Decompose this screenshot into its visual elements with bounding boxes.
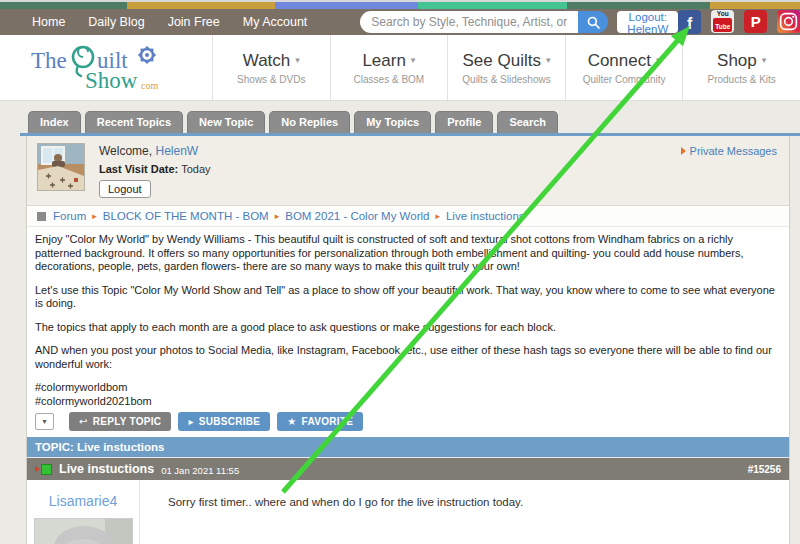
logout-button-forum[interactable]: Logout (99, 180, 151, 198)
star-icon: ★ (287, 416, 296, 427)
favorite-label: FAVORITE (302, 416, 354, 427)
top-utility-bar: Home Daily Blog Join Free My Account Log… (0, 9, 800, 35)
instagram-icon[interactable] (777, 10, 800, 33)
user-avatar (37, 143, 85, 191)
breadcrumb-separator-icon: ▸ (435, 211, 440, 221)
chevron-down-icon: ▾ (656, 55, 661, 65)
top-link-my-account[interactable]: My Account (243, 15, 308, 29)
stripe-segment (127, 2, 275, 9)
tab-profile[interactable]: Profile (435, 111, 493, 133)
search-icon (587, 16, 600, 29)
reply-topic-button[interactable]: ↩ REPLY TOPIC (69, 412, 171, 431)
tab-new-topic[interactable]: New Topic (187, 111, 265, 133)
top-link-daily-blog[interactable]: Daily Blog (88, 15, 144, 29)
chevron-down-icon: ▾ (411, 55, 416, 65)
stripe-segment (418, 2, 567, 9)
nav-shop-subtitle: Products & Kits (707, 74, 775, 85)
description-paragraph-1: Enjoy "Color My World" by Wendy Williams… (35, 233, 780, 274)
subscribe-button[interactable]: ▸ SUBSCRIBE (178, 412, 270, 431)
last-visit-value: Today (181, 163, 210, 175)
topic-action-bar: ▾ ↩ REPLY TOPIC ▸ SUBSCRIBE ★ FAVORITE (27, 408, 789, 437)
post-arrow-icon (35, 466, 40, 472)
nav-learn-subtitle: Classes & BOM (354, 74, 425, 85)
site-logo[interactable]: The uilt Show com (0, 35, 212, 100)
collapse-toggle-button[interactable]: ▾ (35, 413, 54, 430)
welcome-username-link[interactable]: HelenW (155, 144, 198, 158)
tab-index[interactable]: Index (28, 111, 81, 133)
hashtag-1: #colormyworldbom (35, 381, 780, 395)
private-messages-link[interactable]: Private Messages (681, 145, 777, 157)
nav-see-quilts-subtitle: Quilts & Slideshows (462, 74, 550, 85)
reply-topic-label: REPLY TOPIC (93, 416, 162, 427)
tab-recent-topics[interactable]: Recent Topics (85, 111, 183, 133)
nav-see-quilts-label: See Quilts (463, 51, 541, 70)
private-messages-label: Private Messages (690, 145, 777, 157)
logo-text-com: com (141, 80, 158, 91)
reply-arrow-icon: ↩ (79, 416, 88, 427)
breadcrumb: Forum ▸ BLOCK OF THE MONTH - BOM ▸ BOM 2… (27, 206, 789, 227)
social-icons-group: f You Tube P (678, 10, 800, 34)
main-nav: Watch▾ Shows & DVDs Learn▾ Classes & BOM… (212, 35, 800, 100)
nav-connect-label: Connect (588, 51, 651, 70)
stripe-segment (275, 2, 418, 9)
nav-item-watch[interactable]: Watch▾ Shows & DVDs (212, 35, 330, 100)
welcome-greeting: Welcome, (99, 144, 152, 158)
nav-shop-label: Shop (717, 51, 757, 70)
tab-search[interactable]: Search (497, 111, 558, 133)
tab-my-topics[interactable]: My Topics (354, 111, 431, 133)
search-button[interactable] (578, 11, 608, 33)
breadcrumb-bom-2021[interactable]: BOM 2021 - Color My World (285, 210, 429, 222)
nav-item-see-quilts[interactable]: See Quilts▾ Quilts & Slideshows (447, 35, 565, 100)
post-message: Sorry first timer.. where and when do I … (140, 480, 533, 544)
nav-item-learn[interactable]: Learn▾ Classes & BOM (330, 35, 448, 100)
decorative-color-stripe (0, 2, 800, 9)
nav-item-shop[interactable]: Shop▾ Products & Kits (682, 35, 800, 100)
hashtag-2: #colormyworld2021bom (35, 395, 780, 409)
forum-square-icon (37, 212, 46, 221)
youtube-icon[interactable]: You Tube (711, 10, 734, 33)
forum-panel: Welcome, HelenW Last Visit Date: Today L… (26, 136, 790, 544)
breadcrumb-forum[interactable]: Forum (53, 210, 86, 222)
post-date: 01 Jan 2021 11:55 (161, 463, 239, 476)
last-visit-label: Last Visit Date: (99, 163, 178, 175)
pinterest-icon[interactable]: P (744, 10, 767, 33)
post-id: #15256 (748, 464, 781, 475)
subscribe-label: SUBSCRIBE (199, 416, 261, 427)
description-paragraph-4: AND when you post your photos to Social … (35, 344, 780, 371)
nav-connect-subtitle: Quilter Community (583, 74, 666, 85)
search-input[interactable] (360, 11, 578, 33)
breadcrumb-live-instuctions[interactable]: Live instuctions (446, 210, 525, 222)
flag-icon: ▸ (188, 416, 193, 427)
logout-button-top[interactable]: Logout: HelenW (617, 11, 678, 33)
post-author-column: Lisamarie4 (27, 480, 140, 544)
post-status-icon (41, 464, 52, 475)
description-paragraph-3: The topics that apply to each month are … (35, 321, 780, 335)
favorite-button[interactable]: ★ FAVORITE (277, 412, 363, 431)
instagram-camera-glyph (779, 12, 798, 31)
post-author-link[interactable]: Lisamarie4 (27, 493, 139, 509)
topic-description: Enjoy "Color My World" by Wendy Williams… (27, 227, 790, 408)
forum-content-area: Index Recent Topics New Topic No Replies… (0, 101, 800, 544)
chevron-down-icon: ▾ (762, 55, 767, 65)
tab-no-replies[interactable]: No Replies (269, 111, 350, 133)
post-header-bar: Live instuctions 01 Jan 2021 11:55 #1525… (27, 458, 789, 480)
site-header: The uilt Show com Watch▾ (0, 35, 800, 101)
stripe-segment (567, 2, 710, 9)
nav-item-connect[interactable]: Connect▾ Quilter Community (565, 35, 683, 100)
post-author-avatar (34, 518, 133, 544)
stripe-segment (0, 2, 127, 9)
post-title: Live instuctions (59, 462, 154, 476)
top-link-home[interactable]: Home (32, 15, 65, 29)
nav-learn-label: Learn (362, 51, 405, 70)
welcome-info: Welcome, HelenW Last Visit Date: Today L… (99, 143, 211, 198)
youtube-icon-text-top: You (717, 11, 729, 17)
nav-watch-label: Watch (243, 51, 291, 70)
quilt-show-logo: The uilt Show com (31, 42, 181, 94)
logo-text-the: The (31, 48, 67, 74)
chevron-down-icon: ▾ (295, 55, 300, 65)
facebook-icon[interactable]: f (678, 10, 701, 34)
breadcrumb-bom[interactable]: BLOCK OF THE MONTH - BOM (103, 210, 269, 222)
breadcrumb-separator-icon: ▸ (92, 211, 97, 221)
top-link-join-free[interactable]: Join Free (168, 15, 220, 29)
post-row: Lisamarie4 Sorry first tim (27, 480, 789, 544)
